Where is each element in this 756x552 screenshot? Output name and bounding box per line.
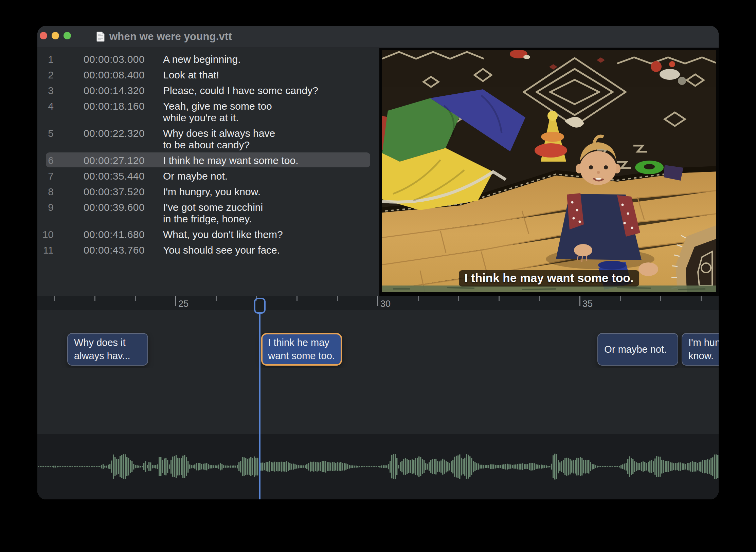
cue-number: 1 <box>37 54 54 65</box>
ruler-tick <box>94 296 95 301</box>
window-title: when we were young.vtt <box>109 31 232 43</box>
document-icon <box>96 32 105 42</box>
ruler-tick <box>579 296 580 306</box>
subtitle-block-label: Or maybe not. <box>604 343 667 356</box>
cue-text: Look at that! <box>163 69 373 81</box>
cue-text: I think he may want some too. <box>163 155 373 166</box>
subtitle-block-track: Why does it always hav...I think he may … <box>37 332 719 368</box>
cue-start-time: 00:00:35.440 <box>84 170 145 182</box>
cue-start-time: 00:00:03.000 <box>84 54 145 65</box>
cue-row[interactable]: 700:00:35.440Or maybe not. <box>37 170 379 182</box>
playhead-handle[interactable] <box>254 298 266 314</box>
ruler-tick <box>539 296 540 301</box>
cue-row[interactable]: 500:00:22.320Why does it always have to … <box>37 128 379 151</box>
subtitle-block[interactable]: I think he may want some too. <box>261 333 342 366</box>
video-preview: I think he may want some too. <box>379 48 719 296</box>
cue-row[interactable]: 300:00:14.320Please, could I have some c… <box>37 85 379 96</box>
cue-row[interactable]: 1100:00:43.760You should see your face. <box>37 244 379 256</box>
cue-row[interactable]: 800:00:37.520I'm hungry, you know. <box>37 186 379 198</box>
cue-start-time: 00:00:27.120 <box>84 155 145 166</box>
subtitle-cue-list: 100:00:03.000A new beginning.200:00:08.4… <box>37 48 379 296</box>
cue-number: 2 <box>37 69 54 81</box>
subtitle-block[interactable]: Or maybe not. <box>597 333 678 366</box>
cue-number: 7 <box>37 170 54 182</box>
cue-text: You should see your face. <box>163 244 373 256</box>
ruler-tick <box>175 296 176 306</box>
app-window: when we were young.vtt 100:00:03.000A ne… <box>37 26 719 499</box>
cue-text: What, you don't like them? <box>163 229 373 240</box>
cue-text: A new beginning. <box>163 54 373 65</box>
cue-row[interactable]: 400:00:18.160Yeah, give me some too whil… <box>37 100 379 124</box>
subtitle-block[interactable]: Why does it always hav... <box>67 333 148 366</box>
cue-text: Please, could I have some candy? <box>163 85 373 96</box>
ruler-tick <box>660 296 661 301</box>
cue-text: Or maybe not. <box>163 170 373 182</box>
ruler-tick <box>54 296 55 301</box>
cue-number: 10 <box>37 229 54 240</box>
ruler-tick <box>620 296 621 301</box>
playhead-line[interactable] <box>259 312 260 499</box>
window-titlebar[interactable]: when we were young.vtt <box>37 26 719 48</box>
cue-number: 9 <box>37 202 54 213</box>
subtitle-block-label: I think he may want some too. <box>268 336 335 363</box>
cue-text: I've got some zucchini in the fridge, ho… <box>163 202 373 225</box>
cue-start-time: 00:00:22.320 <box>84 128 145 139</box>
minimize-window-button[interactable] <box>52 32 59 39</box>
timeline: 253035 Why does it always hav...I think … <box>37 296 719 499</box>
cue-number: 5 <box>37 128 54 139</box>
cue-number: 11 <box>37 244 54 256</box>
ruler-tick <box>418 296 419 301</box>
cue-start-time: 00:00:43.760 <box>84 244 145 256</box>
ruler-tick-label: 35 <box>582 299 593 309</box>
cue-row[interactable]: 600:00:27.120I think he may want some to… <box>37 155 379 166</box>
subtitle-block-label: Why does it always hav... <box>74 336 130 363</box>
ruler-tick <box>458 296 459 301</box>
cue-row[interactable]: 900:00:39.600I've got some zucchini in t… <box>37 202 379 225</box>
cue-row[interactable]: 200:00:08.400Look at that! <box>37 69 379 81</box>
cue-start-time: 00:00:14.320 <box>84 85 145 96</box>
ruler-tick <box>377 296 378 306</box>
video-subtitle-overlay: I think he may want some too. <box>459 270 640 287</box>
ruler-tick-label: 30 <box>380 299 391 309</box>
cue-number: 3 <box>37 85 54 96</box>
ruler-tick <box>499 296 500 301</box>
cue-text: I'm hungry, you know. <box>163 186 373 198</box>
cue-start-time: 00:00:39.600 <box>84 202 145 213</box>
cue-start-time: 00:00:37.520 <box>84 186 145 198</box>
ruler-tick <box>135 296 136 301</box>
subtitle-block-label: I'm hungry, you know. <box>688 336 719 363</box>
cue-row[interactable]: 100:00:03.000A new beginning. <box>37 54 379 65</box>
ruler-tick <box>701 296 702 301</box>
subtitle-block[interactable]: I'm hungry, you know. <box>682 333 719 366</box>
audio-waveform-track <box>37 434 719 499</box>
waveform-shape <box>38 454 718 480</box>
cue-text: Yeah, give me some too while you're at i… <box>163 100 373 124</box>
ruler-tick <box>216 296 217 301</box>
ruler-tick <box>296 296 298 301</box>
cue-number: 6 <box>37 155 54 166</box>
video-frame <box>379 48 719 296</box>
ruler-tick-label: 25 <box>178 299 188 309</box>
ruler-tick <box>337 296 338 301</box>
cue-start-time: 00:00:08.400 <box>84 69 145 81</box>
cue-text: Why does it always have to be about cand… <box>163 128 373 151</box>
cue-number: 8 <box>37 186 54 198</box>
cue-start-time: 00:00:18.160 <box>84 100 145 112</box>
cue-start-time: 00:00:41.680 <box>84 229 145 240</box>
timeline-ruler[interactable]: 253035 <box>37 296 719 310</box>
fullscreen-window-button[interactable] <box>64 32 71 39</box>
cue-row[interactable]: 1000:00:41.680What, you don't like them? <box>37 229 379 240</box>
close-window-button[interactable] <box>40 32 47 39</box>
cue-number: 4 <box>37 100 54 112</box>
